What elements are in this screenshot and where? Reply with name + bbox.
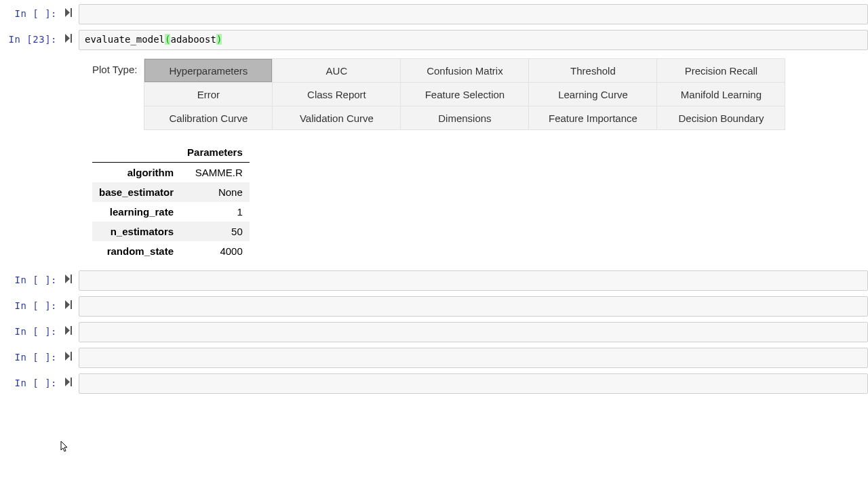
param-value: SAMME.R (180, 163, 250, 183)
plot-type-toggle-grid: Hyperparameters AUC Confusion Matrix Thr… (144, 58, 785, 130)
toggle-validation-curve[interactable]: Validation Curve (273, 106, 400, 129)
svg-rect-2 (71, 274, 72, 283)
cell-prompt: In [ ]: (0, 322, 62, 337)
svg-rect-1 (71, 34, 72, 43)
cell-prompt: In [ ]: (0, 348, 62, 363)
param-value: 1 (180, 202, 250, 222)
run-cell-button[interactable] (62, 4, 75, 17)
cell-prompt: In [ ]: (0, 4, 62, 19)
play-step-icon (65, 378, 73, 386)
param-name: learning_rate (92, 202, 180, 222)
toggle-feature-selection[interactable]: Feature Selection (401, 83, 528, 106)
code-input[interactable] (79, 373, 868, 394)
toggle-decision-boundary[interactable]: Decision Boundary (657, 106, 785, 129)
cell-prompt: In [ ]: (0, 270, 62, 285)
params-header-blank (92, 142, 180, 163)
svg-rect-4 (71, 326, 72, 335)
play-step-icon (65, 274, 73, 283)
cell-prompt: In [ ]: (0, 373, 62, 388)
play-step-icon (65, 300, 73, 309)
svg-rect-3 (71, 300, 72, 309)
svg-rect-5 (71, 352, 72, 361)
toggle-learning-curve[interactable]: Learning Curve (529, 83, 656, 106)
code-input[interactable] (79, 322, 868, 342)
play-step-icon (65, 326, 73, 335)
play-step-icon (65, 34, 73, 43)
table-row: n_estimators 50 (92, 222, 250, 241)
toggle-threshold[interactable]: Threshold (529, 59, 656, 82)
toggle-confusion-matrix[interactable]: Confusion Matrix (401, 59, 528, 82)
run-cell-button[interactable] (62, 30, 75, 43)
code-cell[interactable]: In [ ]: (0, 372, 868, 395)
param-name: base_estimator (92, 182, 180, 202)
play-step-icon (65, 352, 73, 361)
code-cell[interactable]: In [ ]: (0, 295, 868, 318)
run-cell-button[interactable] (62, 373, 75, 386)
run-cell-button[interactable] (62, 348, 75, 361)
toggle-hyperparameters[interactable]: Hyperparameters (144, 59, 272, 82)
code-token-paren: ) (216, 34, 222, 45)
toggle-precision-recall[interactable]: Precision Recall (657, 59, 785, 82)
param-name: random_state (92, 241, 180, 261)
play-step-icon (65, 8, 73, 17)
cell-output: Plot Type: Hyperparameters AUC Confusion… (0, 54, 868, 261)
plot-type-label: Plot Type: (92, 58, 137, 75)
run-cell-button[interactable] (62, 270, 75, 283)
code-cell[interactable]: In [ ]: (0, 269, 868, 292)
code-cell-23[interactable]: In [23]: evaluate_model(adaboost) (0, 28, 868, 52)
code-cell[interactable]: In [ ]: (0, 346, 868, 369)
code-input[interactable] (79, 270, 868, 291)
table-row: learning_rate 1 (92, 202, 250, 222)
run-cell-button[interactable] (62, 296, 75, 309)
code-cell[interactable]: In [ ]: (0, 3, 868, 26)
table-row: base_estimator None (92, 182, 250, 202)
param-value: None (180, 182, 250, 202)
toggle-calibration-curve[interactable]: Calibration Curve (144, 106, 272, 129)
code-input[interactable] (79, 348, 868, 368)
param-name: algorithm (92, 163, 180, 183)
table-row: algorithm SAMME.R (92, 163, 250, 183)
toggle-error[interactable]: Error (144, 83, 272, 106)
params-header: Parameters (180, 142, 250, 163)
cell-prompt: In [ ]: (0, 296, 62, 311)
parameters-table: Parameters algorithm SAMME.R base_estima… (92, 142, 250, 261)
code-input[interactable]: evaluate_model(adaboost) (79, 30, 868, 50)
table-row: random_state 4000 (92, 241, 250, 261)
toggle-dimensions[interactable]: Dimensions (401, 106, 528, 129)
svg-rect-6 (71, 378, 72, 386)
toggle-auc[interactable]: AUC (273, 59, 400, 82)
toggle-manifold-learning[interactable]: Manifold Learning (657, 83, 785, 106)
param-name: n_estimators (92, 222, 180, 241)
code-token-arg: adaboost (170, 34, 216, 45)
code-input[interactable] (79, 296, 868, 317)
cell-prompt: In [23]: (0, 30, 62, 45)
code-token-fn: evaluate_model (85, 34, 165, 45)
svg-rect-0 (71, 8, 72, 17)
code-input[interactable] (79, 4, 868, 24)
toggle-class-report[interactable]: Class Report (273, 83, 400, 106)
code-cell[interactable]: In [ ]: (0, 321, 868, 344)
toggle-feature-importance[interactable]: Feature Importance (529, 106, 656, 129)
param-value: 50 (180, 222, 250, 241)
param-value: 4000 (180, 241, 250, 261)
run-cell-button[interactable] (62, 322, 75, 335)
